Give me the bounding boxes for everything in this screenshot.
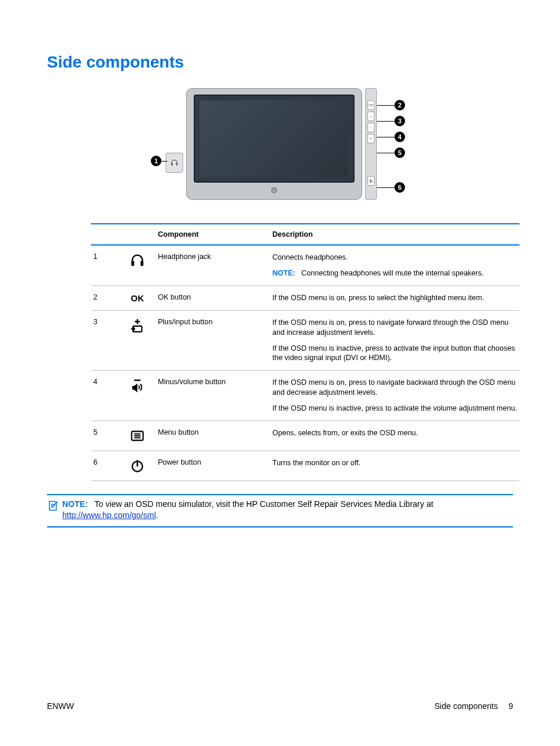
- note-link[interactable]: http://www.hp.com/go/sml: [62, 510, 156, 520]
- header-description: Description: [272, 230, 517, 238]
- note-text-after: .: [156, 510, 158, 520]
- description-text: Opens, selects from, or exits the OSD me…: [272, 428, 517, 438]
- note-label: NOTE:: [272, 269, 295, 277]
- monitor-diagram: OK + − ≡ ⏻ 1 2 3 4 5 6: [151, 88, 409, 206]
- callout-5: 5: [394, 147, 405, 158]
- panel-minus-icon: −: [367, 123, 375, 132]
- callout-6: 6: [394, 182, 405, 193]
- panel-ok-icon: OK: [367, 100, 375, 110]
- monitor-bezel: [194, 95, 355, 183]
- callout-4: 4: [394, 132, 405, 142]
- svg-rect-3: [140, 261, 143, 266]
- description-text: If the OSD menu is on, press to navigate…: [272, 318, 517, 338]
- callout-1: 1: [151, 156, 161, 166]
- row-number: 5: [93, 428, 117, 436]
- svg-rect-0: [171, 163, 173, 166]
- description-text: If the OSD menu is on, press to select t…: [272, 293, 517, 303]
- description-text: Connects headphones.: [272, 253, 517, 263]
- table-header-row: Component Description: [91, 224, 519, 244]
- description-text: Connecting headphones will mute the inte…: [301, 269, 484, 277]
- row-number: 6: [93, 458, 117, 466]
- component-name: Menu button: [158, 428, 272, 436]
- svg-rect-1: [176, 163, 177, 166]
- section-heading: Side components: [47, 53, 513, 72]
- table-row: 4 Minus/volume button If the OSD menu is…: [91, 371, 519, 421]
- svg-rect-2: [131, 261, 134, 266]
- table-row: 2 OK OK button If the OSD menu is on, pr…: [91, 286, 519, 310]
- table-row: 3 Plus/input button If the OSD menu is o…: [91, 311, 519, 371]
- description-text: If the OSD menu is inactive, press to ac…: [272, 344, 517, 364]
- page-footer: ENWW Side components 9: [47, 701, 513, 711]
- description-text: If the OSD menu is inactive, press to ac…: [272, 404, 517, 414]
- component-name: Headphone jack: [158, 253, 272, 261]
- table-row: 6 Power button Turns the monitor on or o…: [91, 451, 519, 480]
- note-icon: [47, 499, 62, 522]
- plus-input-icon: [130, 318, 145, 333]
- description-text: If the OSD menu is on, press to navigate…: [272, 378, 517, 398]
- description-text: Turns the monitor on or off.: [272, 458, 517, 468]
- hp-logo-icon: [271, 187, 277, 193]
- panel-power-icon: ⏻: [367, 176, 375, 186]
- callout-2: 2: [394, 100, 405, 110]
- headphone-icon: [130, 253, 145, 268]
- component-name: Plus/input button: [158, 318, 272, 326]
- callout-3: 3: [394, 116, 405, 126]
- header-component: Component: [158, 230, 272, 238]
- panel-menu-icon: ≡: [367, 134, 375, 143]
- row-number: 4: [93, 378, 117, 386]
- minus-volume-icon: [130, 378, 145, 393]
- footer-left: ENWW: [47, 701, 74, 711]
- component-name: OK button: [158, 293, 272, 301]
- row-number: 3: [93, 318, 117, 326]
- row-number: 2: [93, 293, 117, 301]
- headphone-jack-block: [166, 153, 183, 173]
- footer-section: Side components: [434, 701, 498, 711]
- note-text: To view an OSD menu simulator, visit the…: [95, 499, 433, 509]
- menu-icon: [130, 428, 145, 443]
- power-icon: [130, 458, 145, 473]
- components-table: Component Description 1 Headphone jack C…: [91, 223, 519, 481]
- side-button-panel: OK + − ≡ ⏻: [365, 88, 377, 200]
- table-row: 1 Headphone jack Connects headphones. NO…: [91, 246, 519, 285]
- headphone-jack-icon: [170, 159, 178, 167]
- component-name: Power button: [158, 458, 272, 466]
- note-box: NOTE: To view an OSD menu simulator, vis…: [47, 494, 513, 527]
- footer-page-number: 9: [508, 701, 513, 711]
- table-row: 5 Menu button Opens, selects from, or ex…: [91, 421, 519, 451]
- monitor-screen: [200, 100, 349, 177]
- monitor-body: [186, 88, 362, 200]
- diagram-container: OK + − ≡ ⏻ 1 2 3 4 5 6: [47, 88, 513, 206]
- panel-plus-icon: +: [367, 112, 375, 121]
- ok-icon: OK: [131, 293, 144, 303]
- row-number: 1: [93, 253, 117, 261]
- component-name: Minus/volume button: [158, 378, 272, 386]
- note-label: NOTE:: [62, 499, 88, 509]
